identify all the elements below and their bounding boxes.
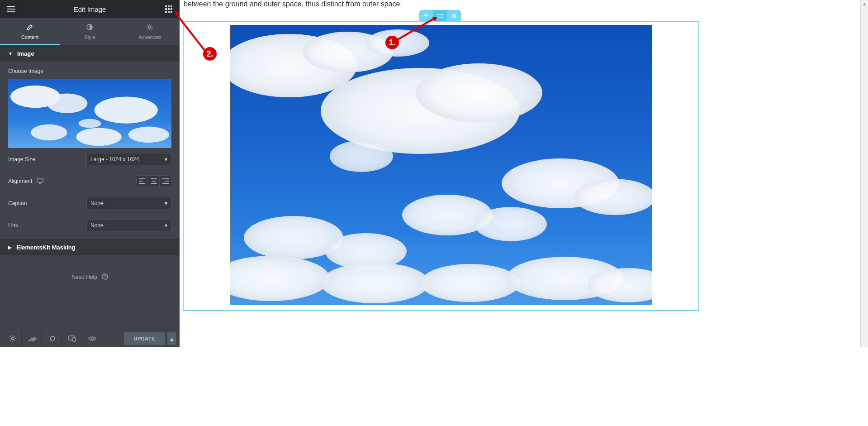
menu-icon[interactable] xyxy=(5,3,17,15)
svg-point-44 xyxy=(442,17,443,18)
editor-canvas: between the ground and outer space, thus… xyxy=(180,0,702,347)
image-size-select[interactable]: Large - 1024 x 1024 ▾ xyxy=(86,153,171,165)
chevron-down-icon: ▾ xyxy=(165,222,167,229)
align-left-button[interactable] xyxy=(136,175,148,187)
svg-point-16 xyxy=(47,94,87,113)
annotation-badge-1: 1. xyxy=(385,36,399,49)
choose-image-label: Choose Image xyxy=(8,68,171,74)
caret-down-icon: ▼ xyxy=(8,51,13,56)
settings-button[interactable] xyxy=(4,332,22,345)
need-help-text: Need Help xyxy=(71,274,97,280)
svg-rect-7 xyxy=(168,8,170,10)
tab-content-label: Content xyxy=(21,34,39,40)
style-icon xyxy=(60,24,119,32)
svg-rect-5 xyxy=(171,5,172,7)
chevron-down-icon: ▾ xyxy=(165,156,167,163)
svg-point-38 xyxy=(91,338,93,340)
align-center-button[interactable] xyxy=(148,175,160,187)
image-preview[interactable] xyxy=(8,79,171,148)
link-row: Link None ▾ xyxy=(8,214,171,236)
svg-point-41 xyxy=(442,14,443,15)
update-dropdown[interactable]: ▴ xyxy=(167,332,176,345)
need-help-link[interactable]: Need Help ? xyxy=(0,255,180,298)
annotation-badge-2: 2. xyxy=(203,47,217,61)
svg-point-18 xyxy=(31,124,67,141)
gear-icon xyxy=(120,24,180,32)
svg-rect-25 xyxy=(139,181,142,182)
align-buttons xyxy=(136,175,171,187)
svg-rect-10 xyxy=(168,11,170,13)
svg-rect-8 xyxy=(171,8,172,10)
form-area: Choose Image Image Size xyxy=(0,62,180,236)
link-value: None xyxy=(90,222,104,229)
link-select[interactable]: None ▾ xyxy=(86,219,171,231)
update-button[interactable]: UPDATE xyxy=(124,332,165,345)
svg-rect-28 xyxy=(152,181,156,182)
svg-point-50 xyxy=(416,63,542,122)
sidebar-header: Edit Image xyxy=(0,0,180,18)
image-size-label: Image Size xyxy=(8,156,35,163)
caption-value: None xyxy=(90,200,104,206)
chevron-down-icon: ▾ xyxy=(165,200,167,206)
help-icon: ? xyxy=(99,274,108,280)
tab-advanced-label: Advanced xyxy=(138,34,161,40)
caption-select[interactable]: None ▾ xyxy=(86,197,171,209)
editor-sidebar: Edit Image Content Style Advan xyxy=(0,0,180,347)
section-masking-header[interactable]: ▶ ElementsKit Masking xyxy=(0,239,180,255)
svg-rect-3 xyxy=(165,5,167,7)
svg-rect-30 xyxy=(162,178,169,179)
caption-row: Caption None ▾ xyxy=(8,192,171,214)
tab-advanced[interactable]: Advanced xyxy=(120,18,180,45)
update-button-label: UPDATE xyxy=(134,336,155,341)
image-widget[interactable] xyxy=(230,25,652,305)
svg-point-51 xyxy=(330,140,393,172)
caret-right-icon: ▶ xyxy=(8,245,12,250)
svg-rect-2 xyxy=(7,11,15,12)
svg-point-35 xyxy=(11,338,14,340)
svg-point-43 xyxy=(440,17,441,18)
svg-rect-29 xyxy=(151,183,157,184)
svg-rect-11 xyxy=(171,11,172,13)
section-delete-button[interactable] xyxy=(447,10,461,22)
svg-rect-27 xyxy=(151,178,157,179)
section-masking-label: ElementsKit Masking xyxy=(16,244,76,251)
chevron-up-icon: ▴ xyxy=(170,335,174,343)
page-text: between the ground and outer space, thus… xyxy=(184,0,681,8)
svg-point-20 xyxy=(128,127,169,143)
sidebar-footer: UPDATE ▴ xyxy=(0,330,180,347)
align-right-button[interactable] xyxy=(160,175,171,187)
svg-rect-32 xyxy=(162,183,169,184)
vertical-scrollbar[interactable] xyxy=(860,0,868,347)
svg-point-19 xyxy=(76,128,121,146)
scroll-up-button[interactable] xyxy=(861,0,868,8)
section-frame[interactable] xyxy=(183,21,699,311)
svg-point-55 xyxy=(474,207,547,241)
pencil-icon xyxy=(0,24,60,32)
svg-rect-6 xyxy=(165,8,167,10)
svg-point-21 xyxy=(78,119,101,128)
image-size-value: Large - 1024 x 1024 xyxy=(90,156,139,163)
tabs-row: Content Style Advanced xyxy=(0,18,180,46)
svg-point-59 xyxy=(321,263,429,303)
navigator-button[interactable] xyxy=(24,332,42,345)
svg-rect-22 xyxy=(37,178,43,182)
tab-content[interactable]: Content xyxy=(0,18,60,45)
svg-rect-24 xyxy=(139,178,145,179)
history-button[interactable] xyxy=(43,332,62,345)
preview-button[interactable] xyxy=(83,332,101,345)
svg-rect-31 xyxy=(165,181,169,182)
responsive-devices-icon[interactable] xyxy=(37,178,45,184)
section-image-header[interactable]: ▼ Image xyxy=(0,46,180,62)
alignment-label-text: Alignment xyxy=(8,178,32,184)
tab-style-label: Style xyxy=(84,34,95,40)
caption-label: Caption xyxy=(8,200,27,206)
svg-rect-4 xyxy=(168,5,170,7)
tab-style[interactable]: Style xyxy=(60,18,119,45)
svg-rect-9 xyxy=(165,11,167,13)
svg-point-39 xyxy=(437,14,439,15)
responsive-button[interactable] xyxy=(63,332,81,345)
close-icon xyxy=(452,12,456,20)
sidebar-title: Edit Image xyxy=(17,5,162,13)
svg-point-13 xyxy=(148,26,151,29)
section-image-label: Image xyxy=(17,50,34,57)
